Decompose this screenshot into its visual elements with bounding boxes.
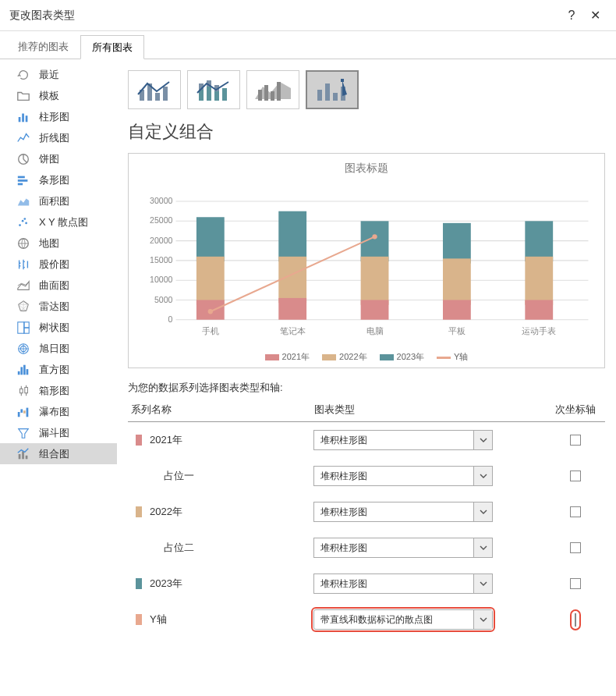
bar-chart-icon xyxy=(16,172,31,188)
sidebar-item-pie[interactable]: 饼图 xyxy=(0,148,117,169)
sidebar-item-column[interactable]: 柱形图 xyxy=(0,106,117,127)
svg-rect-77 xyxy=(525,257,553,305)
secondary-axis-checkbox[interactable] xyxy=(570,542,581,553)
sidebar-item-waterfall[interactable]: 瀑布图 xyxy=(0,401,117,422)
svg-rect-75 xyxy=(443,300,471,319)
svg-rect-19 xyxy=(23,364,26,375)
secondary-axis-checkbox[interactable] xyxy=(570,435,581,446)
series-name: Y轴 xyxy=(150,613,313,627)
chevron-down-icon[interactable] xyxy=(473,574,492,593)
chart-type-dropdown[interactable]: 堆积柱形图 xyxy=(313,502,493,522)
series-name: 占位一 xyxy=(150,469,313,483)
sidebar-item-area[interactable]: 面积图 xyxy=(0,190,117,211)
series-list: 2021年 堆积柱形图 占位一 堆积柱形图 2022年 xyxy=(128,422,605,637)
titlebar: 更改图表类型 ? ✕ xyxy=(0,0,616,31)
series-row: 占位一 堆积柱形图 xyxy=(128,458,605,494)
dropdown-value: 堆积柱形图 xyxy=(314,502,473,521)
chevron-down-icon[interactable] xyxy=(473,431,492,449)
scatter-chart-icon xyxy=(16,215,31,230)
sidebar-item-stock[interactable]: 股价图 xyxy=(0,254,117,275)
svg-rect-69 xyxy=(278,298,306,320)
series-row: 2023年 堆积柱形图 xyxy=(128,566,605,602)
sidebar-item-label: 曲面图 xyxy=(39,279,69,293)
svg-rect-27 xyxy=(19,454,21,459)
subtype-row xyxy=(128,70,605,109)
svg-text:15000: 15000 xyxy=(150,255,172,265)
subtype-4[interactable] xyxy=(306,70,359,109)
sidebar-item-scatter[interactable]: X Y 散点图 xyxy=(0,211,117,233)
svg-rect-68 xyxy=(278,257,306,303)
treemap-icon xyxy=(16,320,31,336)
tab-all[interactable]: 所有图表 xyxy=(80,35,144,59)
svg-rect-4 xyxy=(18,176,25,178)
chart-type-dropdown[interactable]: 堆积柱形图 xyxy=(313,573,493,594)
svg-rect-43 xyxy=(271,91,274,101)
sidebar-item-sunburst[interactable]: 旭日图 xyxy=(0,338,117,359)
sidebar-item-combo[interactable]: 组合图 xyxy=(0,443,117,464)
folder-icon xyxy=(16,88,31,104)
sidebar-item-label: 最近 xyxy=(39,68,59,82)
secondary-axis-checkbox[interactable] xyxy=(570,578,581,589)
subtype-3[interactable] xyxy=(246,70,299,109)
dropdown-value: 堆积柱形图 xyxy=(314,431,473,449)
chart-type-dropdown[interactable]: 堆积柱形图 xyxy=(313,430,493,450)
chart-type-dropdown[interactable]: 堆积柱形图 xyxy=(313,538,493,558)
svg-text:20000: 20000 xyxy=(150,236,172,245)
svg-rect-46 xyxy=(325,83,330,101)
svg-text:25000: 25000 xyxy=(150,215,172,225)
sidebar-item-recent[interactable]: 最近 xyxy=(0,64,117,85)
sidebar-item-label: 瀑布图 xyxy=(39,405,69,419)
area-chart-icon xyxy=(16,194,31,209)
sidebar-item-treemap[interactable]: 树状图 xyxy=(0,317,117,338)
sidebar-item-histogram[interactable]: 直方图 xyxy=(0,359,117,380)
svg-rect-38 xyxy=(214,91,219,101)
svg-rect-78 xyxy=(525,300,553,319)
sidebar-item-surface[interactable]: 曲面图 xyxy=(0,275,117,296)
svg-text:0: 0 xyxy=(168,314,172,324)
chevron-down-icon[interactable] xyxy=(473,610,492,629)
svg-point-81 xyxy=(372,234,377,239)
secondary-axis-checkbox[interactable] xyxy=(570,471,581,481)
svg-rect-1 xyxy=(22,113,24,122)
sidebar-item-label: 旭日图 xyxy=(39,342,69,356)
subtype-1[interactable] xyxy=(128,70,181,109)
sidebar-item-label: 地图 xyxy=(39,236,59,250)
svg-rect-29 xyxy=(26,455,28,459)
series-header: 系列名称 图表类型 次坐标轴 xyxy=(128,399,605,422)
chevron-down-icon[interactable] xyxy=(473,467,492,485)
sidebar: 最近 模板 柱形图 折线图 饼图 条形图 面积图 X Y 散点图 地图 股价图 … xyxy=(0,59,117,696)
help-button[interactable]: ? xyxy=(560,9,583,23)
recent-icon xyxy=(16,67,31,83)
tab-recommended[interactable]: 推荐的图表 xyxy=(6,34,80,59)
chevron-down-icon[interactable] xyxy=(473,538,492,557)
dropdown-value: 带直线和数据标记的散点图 xyxy=(314,610,473,629)
secondary-axis-checkbox[interactable] xyxy=(575,613,576,627)
secondary-axis-checkbox[interactable] xyxy=(570,506,581,517)
svg-rect-25 xyxy=(23,410,26,414)
sidebar-item-line[interactable]: 折线图 xyxy=(0,127,117,148)
svg-rect-49 xyxy=(341,79,344,82)
sidebar-item-radar[interactable]: 雷达图 xyxy=(0,296,117,317)
svg-rect-20 xyxy=(27,369,29,375)
chart-type-dropdown[interactable]: 带直线和数据标记的散点图 xyxy=(313,609,493,630)
sidebar-item-funnel[interactable]: 漏斗图 xyxy=(0,422,117,443)
svg-rect-76 xyxy=(525,221,553,261)
sidebar-item-label: 树状图 xyxy=(39,321,69,335)
main-panel: 自定义组合 图表标题 0 5000 10000 15000 20000 2500… xyxy=(117,59,616,696)
close-button[interactable]: ✕ xyxy=(583,8,607,23)
sidebar-item-template[interactable]: 模板 xyxy=(0,85,117,106)
svg-point-8 xyxy=(22,219,24,222)
chart-type-dropdown[interactable]: 堆积柱形图 xyxy=(313,466,493,486)
dropdown-value: 堆积柱形图 xyxy=(314,467,473,485)
svg-rect-44 xyxy=(277,82,281,101)
svg-rect-40 xyxy=(222,88,227,101)
sidebar-item-label: 雷达图 xyxy=(39,300,69,314)
chevron-down-icon[interactable] xyxy=(473,502,492,521)
svg-rect-5 xyxy=(18,179,28,182)
svg-text:平板: 平板 xyxy=(448,326,466,336)
sidebar-item-box[interactable]: 箱形图 xyxy=(0,380,117,401)
sidebar-item-bar[interactable]: 条形图 xyxy=(0,169,117,190)
subtype-2[interactable] xyxy=(187,70,240,109)
svg-rect-22 xyxy=(25,387,28,392)
sidebar-item-map[interactable]: 地图 xyxy=(0,233,117,254)
